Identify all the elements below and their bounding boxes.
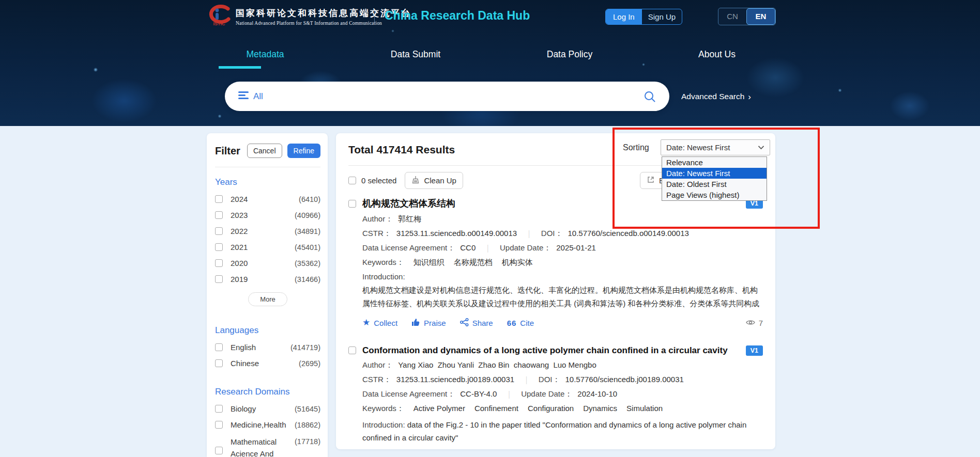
- facet-label[interactable]: Medicine,Health: [231, 420, 286, 429]
- keywords-label: Keywords：: [362, 258, 404, 267]
- lang-chinese-checkbox[interactable]: [215, 359, 223, 367]
- update-date-label: Update Date：: [521, 389, 572, 399]
- year-2023-checkbox[interactable]: [215, 211, 223, 219]
- domain-medicine-checkbox[interactable]: [215, 421, 223, 429]
- separator: ｜: [484, 243, 492, 253]
- facet-label[interactable]: 2023: [231, 211, 248, 219]
- facet-row-english: English (414719): [215, 343, 320, 352]
- keyword: Active Polymer: [414, 404, 465, 413]
- facet-count: (45401): [295, 243, 320, 251]
- doi-label: DOI：: [539, 375, 560, 385]
- sorting-select-value: Date: Newest First: [666, 143, 730, 152]
- search-scope-label[interactable]: All: [253, 91, 263, 102]
- year-2024-checkbox[interactable]: [215, 195, 223, 203]
- keyword: 知识组织: [414, 258, 445, 267]
- keywords-label: Keywords：: [362, 404, 404, 414]
- update-date-label: Update Date：: [500, 243, 551, 253]
- facet-label[interactable]: 2021: [231, 243, 248, 251]
- facet-label[interactable]: English: [231, 343, 256, 352]
- star-icon: ★: [362, 319, 370, 326]
- keyword: 机构实体: [502, 258, 533, 267]
- facet-label[interactable]: Mathematical Acience And Chemistry: [231, 436, 288, 457]
- result-1-introduction: 机构规范文档建设是对机构信息进行规范化、迭代化、丰富化的过程。机构规范文档体系是…: [348, 283, 762, 310]
- cite-label: Cite: [520, 319, 534, 327]
- cstr-label: CSTR：: [362, 375, 391, 385]
- facet-label[interactable]: 2019: [231, 275, 248, 283]
- sort-option-relevance[interactable]: Relevance: [662, 157, 767, 168]
- facet-row-2019: 2019 (31466): [215, 275, 320, 283]
- filter-divider: [215, 167, 320, 167]
- facet-row-2024: 2024 (6410): [215, 195, 320, 203]
- domain-math-chem-checkbox[interactable]: [215, 447, 223, 454]
- doi-label: DOI：: [541, 229, 563, 239]
- praise-label: Praise: [424, 319, 446, 327]
- sort-option-page-views[interactable]: Page Views (highest): [662, 190, 767, 200]
- facet-label[interactable]: 2024: [231, 195, 248, 203]
- introduction-label: Introduction:: [362, 420, 405, 429]
- advanced-search-link[interactable]: Advanced Search ›: [681, 92, 751, 101]
- view-count: 7: [746, 319, 763, 327]
- share-label: Share: [472, 319, 493, 327]
- facet-row-biology: Biology (51645): [215, 404, 320, 413]
- signup-button[interactable]: Sign Up: [642, 9, 682, 24]
- result-2-title[interactable]: Conformation and dynamics of a long acti…: [362, 345, 728, 356]
- login-button[interactable]: Log In: [606, 9, 642, 24]
- facet-row-medicine: Medicine,Health (18862): [215, 420, 320, 429]
- lang-cn-button[interactable]: CN: [718, 8, 746, 25]
- chevron-down-icon: [758, 145, 764, 150]
- domains-heading: Research Domains: [215, 387, 320, 397]
- cite-button[interactable]: 66 Cite: [507, 319, 534, 327]
- sorting-label: Sorting: [623, 143, 649, 152]
- author-value: Yang Xiao Zhou Yanli Zhao Bin chaowang L…: [398, 360, 596, 369]
- tab-metadata[interactable]: Metadata: [247, 49, 284, 60]
- search-bar[interactable]: All: [225, 82, 669, 111]
- select-all-checkbox[interactable]: [348, 177, 356, 184]
- facet-count: (414719): [290, 343, 320, 352]
- eye-icon: [746, 319, 755, 327]
- facet-row-2023: 2023 (40966): [215, 211, 320, 219]
- chevron-right-icon: ›: [748, 93, 751, 101]
- doi-value: 10.57760/sciencedb.o00149.00013: [568, 229, 688, 238]
- facet-row-math-chem: Mathematical Acience And Chemistry (1771…: [215, 436, 320, 457]
- tab-data-policy[interactable]: Data Policy: [547, 49, 593, 60]
- facet-label[interactable]: 2020: [231, 259, 248, 267]
- years-more-button[interactable]: More: [248, 292, 287, 306]
- update-date-value: 2025-01-21: [556, 243, 596, 252]
- praise-button[interactable]: Praise: [411, 318, 446, 328]
- refine-button[interactable]: Refine: [287, 144, 320, 158]
- clean-up-button[interactable]: Clean Up: [405, 172, 463, 189]
- year-2021-checkbox[interactable]: [215, 243, 223, 251]
- scope-menu-icon[interactable]: [238, 91, 249, 101]
- sort-option-date-oldest[interactable]: Date: Oldest First: [662, 179, 767, 190]
- facet-label[interactable]: Biology: [231, 404, 256, 413]
- domain-biology-checkbox[interactable]: [215, 405, 223, 413]
- collect-button[interactable]: ★ Collect: [362, 319, 397, 327]
- lang-english-checkbox[interactable]: [215, 343, 223, 351]
- keyword: Confinement: [474, 404, 518, 413]
- search-icon[interactable]: [644, 90, 656, 103]
- lang-en-button[interactable]: EN: [746, 8, 775, 25]
- tab-about-us[interactable]: About Us: [698, 49, 736, 60]
- active-tab-underline: [219, 66, 261, 69]
- year-2020-checkbox[interactable]: [215, 259, 223, 267]
- result-item-1: 机构规范文档体系结构 V1 Author： 郭红梅 CSTR： 31253.11…: [348, 197, 763, 328]
- result-2-checkbox[interactable]: [348, 346, 356, 354]
- platform-logo: ISTIC 国家科研论文和科技信息高端交流平台 National Advance…: [206, 4, 411, 29]
- tab-data-submit[interactable]: Data Submit: [391, 49, 440, 60]
- header-divider: [374, 9, 375, 24]
- facet-count: (51645): [295, 405, 320, 413]
- facet-label[interactable]: Chinese: [231, 359, 259, 368]
- facet-count: (6410): [299, 195, 320, 203]
- share-button[interactable]: Share: [460, 318, 493, 328]
- sort-option-date-newest[interactable]: Date: Newest First: [662, 168, 767, 179]
- cancel-button[interactable]: Cancel: [247, 144, 282, 158]
- year-2019-checkbox[interactable]: [215, 275, 223, 283]
- result-1-checkbox[interactable]: [348, 200, 356, 208]
- auth-buttons: Log In Sign Up: [605, 9, 682, 25]
- year-2022-checkbox[interactable]: [215, 227, 223, 235]
- sorting-select[interactable]: Date: Newest First: [661, 139, 770, 155]
- cstr-value: 31253.11.sciencedb.j00189.00031: [396, 375, 514, 384]
- facet-label[interactable]: 2022: [231, 227, 248, 235]
- result-1-title[interactable]: 机构规范文档体系结构: [362, 197, 455, 210]
- facet-row-2020: 2020 (35362): [215, 259, 320, 267]
